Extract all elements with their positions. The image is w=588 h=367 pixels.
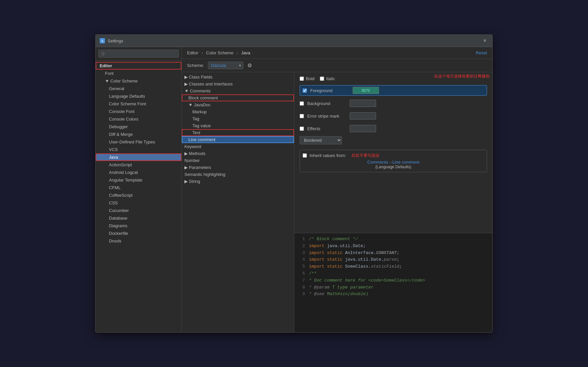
code-line-7: 7 * Doc comment here for <code>SomeClass… <box>298 277 488 284</box>
effects-row: Effects <box>300 124 487 133</box>
sidebar-item-user-defined[interactable]: User-Defined File Types <box>96 138 181 146</box>
tree-string[interactable]: ▶ String <box>182 178 294 185</box>
sidebar-item-color-scheme-font[interactable]: Color Scheme Font <box>96 100 181 108</box>
tree-line-comment[interactable]: Line comment <box>182 136 294 143</box>
effects-checkbox[interactable] <box>300 127 304 131</box>
foreground-checkbox[interactable] <box>303 88 307 93</box>
code-preview: 1 /* Block comment */ 2 import java.util… <box>294 233 492 332</box>
code-content-1: /* Block comment */ <box>309 236 358 243</box>
foreground-label: Foreground <box>310 88 350 93</box>
bold-checkbox-label[interactable]: Bold <box>300 76 315 81</box>
italic-checkbox[interactable] <box>320 77 324 81</box>
sidebar-item-console-font[interactable]: Console Font <box>96 108 181 115</box>
sidebar-item-drools[interactable]: Drools <box>96 237 181 245</box>
effects-style-select[interactable]: Bordered Underline Dotted line Bold unde… <box>300 136 342 144</box>
background-label: Background <box>307 101 347 106</box>
main-header: Editor › Color Scheme › Java Reset <box>182 47 492 59</box>
line-num-7: 7 <box>298 277 305 284</box>
sidebar-item-database[interactable]: Database <box>96 214 181 222</box>
error-stripe-checkbox[interactable] <box>300 114 304 118</box>
tree-comments[interactable]: ▼ Comments <box>182 87 294 94</box>
sidebar-item-general[interactable]: General <box>96 85 181 92</box>
italic-label: Italic <box>326 76 335 81</box>
line-num-2: 2 <box>298 243 305 250</box>
search-input[interactable] <box>98 50 179 58</box>
sidebar-item-editor[interactable]: Editor <box>96 62 181 70</box>
tree-keyword[interactable]: Keyword <box>182 143 294 150</box>
inherit-row: Inherit values from: 此处不要勾选这 Comments→Li… <box>300 150 487 172</box>
sidebar: Editor Font ▼ Color Scheme General Langu… <box>96 47 182 332</box>
bold-checkbox[interactable] <box>300 77 304 81</box>
foreground-swatch[interactable]: 8272 <box>353 87 379 94</box>
tree-number[interactable]: Number <box>182 157 294 164</box>
right-panel: 在这个地方选择你要的注释颜色 Bold Italic <box>294 72 492 233</box>
background-row: Background <box>300 98 487 108</box>
effects-swatch[interactable] <box>350 125 376 132</box>
main-area: Editor › Color Scheme › Java Reset Schem… <box>182 47 492 332</box>
reset-button[interactable]: Reset <box>476 50 487 55</box>
sidebar-item-diff-merge[interactable]: Diff & Merge <box>96 131 181 138</box>
tree-block-comment[interactable]: Block comment <box>182 94 294 101</box>
code-content-9: * @see Math#sin(double) <box>309 291 368 298</box>
title-bar-left: à Settings <box>100 38 123 43</box>
background-checkbox[interactable] <box>300 101 304 106</box>
search-box <box>96 47 181 61</box>
inherit-checkbox-row: Inherit values from: 此处不要勾选这 <box>303 153 484 158</box>
code-content-8: * @param T type parameter <box>309 284 373 291</box>
code-line-2: 2 import java.util.Date; <box>298 243 488 250</box>
line-num-6: 6 <box>298 270 305 277</box>
sidebar-item-dockerfile[interactable]: Dockerfile <box>96 230 181 237</box>
sidebar-item-actionscript[interactable]: ActionScript <box>96 161 181 169</box>
sidebar-item-console-colors[interactable]: Console Colors <box>96 115 181 123</box>
tree-class-fields[interactable]: ▶ Class Fields <box>182 74 294 80</box>
color-tree: ▶ Class Fields ▶ Classes and Interfaces … <box>182 72 294 332</box>
line-num-1: 1 <box>298 236 305 243</box>
inherit-checkbox[interactable] <box>303 153 307 158</box>
sidebar-item-css[interactable]: CSS <box>96 199 181 207</box>
scheme-label: Scheme: <box>187 63 204 68</box>
effects-label: Effects <box>307 126 347 131</box>
tree-tag[interactable]: Tag <box>182 115 294 122</box>
close-button[interactable]: × <box>481 37 488 44</box>
background-swatch[interactable] <box>350 100 376 107</box>
sidebar-item-color-scheme[interactable]: ▼ Color Scheme <box>96 77 181 85</box>
tree-semantic[interactable]: Semantic highlighting <box>182 171 294 178</box>
tree-markup[interactable]: Markup <box>182 108 294 115</box>
dialog-title: Settings <box>108 38 123 43</box>
inherit-link[interactable]: Comments→Line comment <box>303 160 484 165</box>
tree-javadoc[interactable]: ▼ JavaDoc <box>182 101 294 108</box>
code-line-5: 5 import static SomeClass.staticField; <box>298 263 488 270</box>
tree-methods[interactable]: ▶ Methods <box>182 150 294 157</box>
sidebar-item-android-logcat[interactable]: Android Logcat <box>96 169 181 176</box>
sidebar-item-angular[interactable]: Angular Template <box>96 176 181 184</box>
scheme-select-wrapper: Darcula Default High contrast <box>208 62 243 69</box>
error-stripe-swatch[interactable] <box>350 112 376 120</box>
sidebar-item-coffeescript[interactable]: CoffeeScript <box>96 191 181 199</box>
inherit-label: Inherit values from: <box>310 153 346 158</box>
tree-parameters[interactable]: ▶ Parameters <box>182 164 294 171</box>
sidebar-item-font[interactable]: Font <box>96 70 181 77</box>
sidebar-item-cucumber[interactable]: Cucumber <box>96 207 181 214</box>
scheme-select[interactable]: Darcula Default High contrast <box>208 62 243 69</box>
foreground-row: Foreground 8272 <box>300 85 487 96</box>
breadcrumb-sep2: › <box>237 50 238 55</box>
line-num-8: 8 <box>298 284 305 291</box>
code-content-2: import java.util.Date; <box>309 243 366 250</box>
annotation-inherit: 此处不要勾选这 <box>352 153 379 158</box>
settings-dialog: à Settings × Editor Font ▼ Color Scheme … <box>95 34 493 333</box>
code-line-6: 6 /** <box>298 270 488 277</box>
code-content-7: * Doc comment here for <code>SomeClass</… <box>309 277 425 284</box>
sidebar-item-language-defaults[interactable]: Language Defaults <box>96 92 181 100</box>
italic-checkbox-label[interactable]: Italic <box>320 76 335 81</box>
sidebar-item-cfml[interactable]: CFML <box>96 184 181 191</box>
editor-body: ▶ Class Fields ▶ Classes and Interfaces … <box>182 72 492 332</box>
tree-text[interactable]: Text <box>182 129 294 136</box>
tree-classes-interfaces[interactable]: ▶ Classes and Interfaces <box>182 80 294 87</box>
sidebar-item-vcs[interactable]: VCS <box>96 146 181 153</box>
sidebar-item-debugger[interactable]: Debugger <box>96 123 181 131</box>
sidebar-item-diagrams[interactable]: Diagrams <box>96 222 181 230</box>
tree-tag-value[interactable]: Tag value <box>182 122 294 129</box>
line-num-3: 3 <box>298 250 305 257</box>
sidebar-item-java[interactable]: Java <box>96 153 181 161</box>
gear-icon[interactable]: ⚙ <box>247 62 252 69</box>
